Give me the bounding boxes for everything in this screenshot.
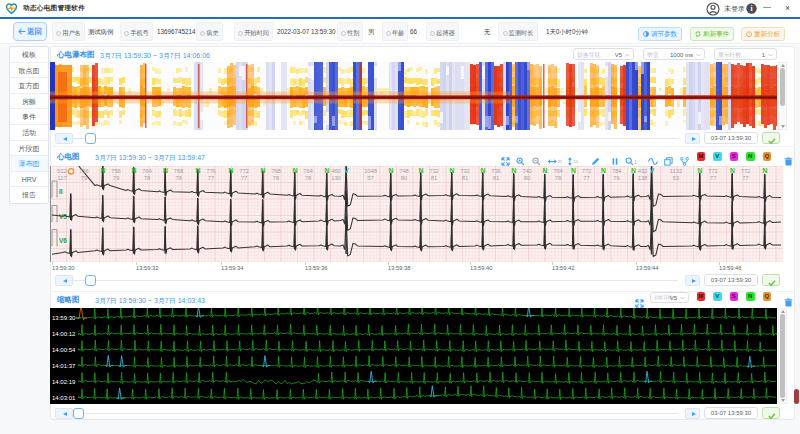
svg-text:764: 764 <box>553 168 563 174</box>
svg-text:V6: V6 <box>59 237 67 244</box>
svg-text:130: 130 <box>331 175 341 181</box>
svg-text:N: N <box>389 167 394 174</box>
svg-text:78: 78 <box>555 175 561 181</box>
svg-text:79: 79 <box>113 175 119 181</box>
svg-text:740: 740 <box>522 168 532 174</box>
svg-text:77: 77 <box>710 175 716 181</box>
svg-text:14:02:19: 14:02:19 <box>52 379 76 385</box>
svg-text:768: 768 <box>174 168 184 174</box>
svg-text:772: 772 <box>708 168 718 174</box>
svg-text:N: N <box>571 167 576 174</box>
svg-text:53: 53 <box>673 175 679 181</box>
svg-text:76: 76 <box>613 175 619 181</box>
svg-text:77: 77 <box>241 175 247 181</box>
svg-text:78: 78 <box>273 175 279 181</box>
svg-text:81: 81 <box>493 175 499 181</box>
svg-text:512: 512 <box>57 168 67 174</box>
svg-text:432: 432 <box>638 168 648 174</box>
svg-text:10: 10 <box>574 159 579 164</box>
svg-text:78: 78 <box>175 175 181 181</box>
svg-text:13:59:30: 13:59:30 <box>52 315 76 321</box>
svg-text:N: N <box>481 167 486 174</box>
svg-text:N: N <box>450 167 455 174</box>
svg-text:77: 77 <box>208 175 214 181</box>
svg-text:N: N <box>325 167 330 174</box>
svg-text:1: 1 <box>634 160 637 165</box>
svg-text:460: 460 <box>331 168 341 174</box>
svg-text:772: 772 <box>582 168 592 174</box>
svg-text:772: 772 <box>741 168 751 174</box>
svg-text:II: II <box>59 188 63 195</box>
svg-text:736: 736 <box>491 168 501 174</box>
svg-text:77: 77 <box>742 175 748 181</box>
svg-text:N: N <box>196 167 201 174</box>
svg-text:N: N <box>763 167 768 174</box>
svg-text:N: N <box>730 167 735 174</box>
svg-text:N: N <box>543 167 548 174</box>
svg-text:57: 57 <box>367 175 373 181</box>
svg-text:732: 732 <box>429 168 439 174</box>
svg-text:N: N <box>261 167 266 174</box>
svg-text:77: 77 <box>583 175 589 181</box>
svg-text:14:00:54: 14:00:54 <box>52 347 76 353</box>
svg-text:N: N <box>163 167 168 174</box>
svg-text:138: 138 <box>638 175 648 181</box>
svg-text:V: V <box>344 167 349 174</box>
svg-text:748: 748 <box>399 168 409 174</box>
svg-text:784: 784 <box>612 168 622 174</box>
svg-text:V: V <box>650 167 655 174</box>
svg-text:764: 764 <box>303 168 313 174</box>
svg-text:N: N <box>601 167 606 174</box>
svg-text:N: N <box>132 167 137 174</box>
svg-text:N: N <box>419 167 424 174</box>
svg-text:756: 756 <box>79 168 89 174</box>
svg-text:N: N <box>101 167 106 174</box>
svg-text:78: 78 <box>144 175 150 181</box>
svg-text:81: 81 <box>462 175 468 181</box>
svg-text:78: 78 <box>305 175 311 181</box>
svg-text:25: 25 <box>558 159 562 164</box>
svg-text:80: 80 <box>401 175 407 181</box>
svg-text:N: N <box>293 167 298 174</box>
svg-text:N: N <box>229 167 234 174</box>
svg-text:732: 732 <box>460 168 470 174</box>
svg-text:81: 81 <box>431 175 437 181</box>
svg-text:772: 772 <box>239 168 249 174</box>
svg-text:764: 764 <box>142 168 152 174</box>
svg-text:768: 768 <box>271 168 281 174</box>
svg-text:14:00:12: 14:00:12 <box>52 331 76 337</box>
svg-text:i: i <box>750 4 752 13</box>
svg-text:N: N <box>698 167 703 174</box>
svg-text:14:01:37: 14:01:37 <box>52 363 76 369</box>
svg-text:117: 117 <box>57 175 66 181</box>
svg-text:14:03:01: 14:03:01 <box>52 395 76 401</box>
svg-text:N: N <box>631 167 636 174</box>
svg-text:776: 776 <box>206 168 216 174</box>
svg-text:79: 79 <box>81 175 87 181</box>
svg-text:1048: 1048 <box>364 168 377 174</box>
svg-text:756: 756 <box>111 168 121 174</box>
svg-text:N: N <box>512 167 517 174</box>
svg-text:1132: 1132 <box>670 168 682 174</box>
svg-text:80: 80 <box>524 175 530 181</box>
